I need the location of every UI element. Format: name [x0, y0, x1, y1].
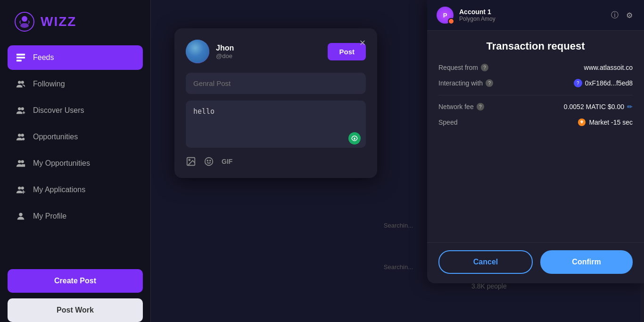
svg-rect-3 — [17, 54, 25, 56]
svg-rect-15 — [22, 164, 25, 167]
svg-point-7 — [21, 81, 24, 84]
post-type-input[interactable] — [186, 73, 366, 94]
following-label: Following — [33, 80, 65, 88]
sidebar-item-opportunities[interactable]: Opportunities — [8, 125, 143, 149]
svg-point-18 — [19, 213, 22, 216]
tx-interacting-value: ? 0xF186d...f5ed8 — [574, 79, 633, 87]
svg-point-22 — [205, 158, 213, 166]
sidebar-item-my-applications[interactable]: My Applications — [8, 178, 143, 202]
svg-point-17 — [21, 186, 24, 189]
tx-footer: Cancel Confirm — [427, 242, 644, 283]
cancel-button[interactable]: Cancel — [438, 250, 533, 274]
my-applications-icon — [15, 184, 26, 195]
svg-point-9 — [21, 107, 24, 110]
user-info: Jhon @doe — [216, 44, 321, 59]
image-icon[interactable] — [186, 156, 196, 167]
feeds-label: Feeds — [33, 53, 54, 62]
svg-point-10 — [18, 134, 21, 136]
edit-fee-icon[interactable]: ✏ — [627, 103, 633, 110]
sidebar-item-feeds[interactable]: Feeds — [8, 45, 143, 70]
tx-body: Transaction request Request from ? www.a… — [427, 31, 644, 242]
app-title: WIZZ — [41, 14, 76, 29]
post-work-button[interactable]: Post Work — [8, 298, 143, 322]
request-from-help-icon[interactable]: ? — [481, 64, 488, 71]
svg-point-1 — [22, 16, 27, 22]
network-indicator — [448, 18, 454, 25]
sidebar-bottom: Create Post Post Work — [0, 262, 150, 322]
svg-point-23 — [207, 160, 208, 161]
my-applications-label: My Applications — [33, 186, 85, 194]
svg-point-16 — [18, 186, 21, 189]
tx-network-fee-value: 0.0052 MATIC $0.00 ✏ — [564, 103, 633, 110]
tx-interacting-label: Interacting with ? — [438, 79, 493, 87]
tx-divider — [438, 95, 633, 95]
sidebar-item-discover[interactable]: Discover Users — [8, 98, 143, 123]
svg-rect-5 — [17, 60, 22, 62]
account-badge: P — [443, 12, 447, 19]
network-fee-help-icon[interactable]: ? — [477, 103, 484, 110]
svg-point-11 — [21, 134, 24, 136]
discover-label: Discover Users — [33, 106, 84, 115]
modal-close-button[interactable]: × — [355, 36, 370, 50]
tx-request-from-label: Request from ? — [438, 64, 488, 71]
my-opportunities-icon — [15, 158, 26, 169]
svg-point-2 — [20, 23, 29, 28]
discover-icon — [15, 105, 26, 116]
avatar-image — [186, 40, 209, 63]
svg-point-13 — [18, 160, 21, 163]
account-info: Account 1 Polygon Amoy — [459, 8, 603, 22]
tx-request-from-row: Request from ? www.atlassoit.co — [438, 64, 633, 71]
transaction-panel: P Account 1 Polygon Amoy ⓘ ⚙ Transaction… — [427, 0, 644, 283]
tx-network-fee-label: Network fee ? — [438, 103, 484, 110]
post-text-area-wrapper — [186, 101, 366, 150]
tx-title: Transaction request — [438, 40, 633, 52]
interacting-icon: ? — [574, 79, 582, 87]
tx-speed-row: Speed Market -15 sec — [438, 118, 633, 127]
user-handle: @doe — [216, 52, 321, 59]
opportunities-label: Opportunities — [33, 133, 78, 141]
svg-point-8 — [18, 107, 21, 110]
account-header: P Account 1 Polygon Amoy ⓘ ⚙ — [427, 0, 644, 31]
my-profile-label: My Profile — [33, 212, 66, 220]
following-icon — [15, 78, 26, 90]
svg-rect-4 — [17, 57, 25, 59]
sidebar-item-my-opportunities[interactable]: My Opportunities — [8, 151, 143, 176]
searching-text-2: Searchin... — [384, 263, 413, 271]
account-network: Polygon Amoy — [459, 16, 603, 22]
my-opportunities-label: My Opportunities — [33, 159, 90, 168]
main-content: × Jhon @doe Post — [151, 0, 644, 322]
modal-header: Jhon @doe Post — [186, 40, 366, 63]
tx-network-fee-row: Network fee ? 0.0052 MATIC $0.00 ✏ — [438, 103, 633, 110]
emoji-icon[interactable] — [204, 156, 214, 167]
sidebar-item-my-profile[interactable]: My Profile — [8, 204, 143, 229]
interacting-help-icon[interactable]: ? — [486, 79, 493, 87]
settings-button[interactable]: ⚙ — [624, 9, 635, 22]
svg-point-24 — [210, 160, 211, 161]
logo-icon — [14, 11, 35, 32]
info-button[interactable]: ⓘ — [609, 8, 620, 22]
tx-request-from-value: www.atlassoit.co — [584, 64, 633, 71]
tx-interacting-row: Interacting with ? ? 0xF186d...f5ed8 — [438, 79, 633, 87]
create-post-button[interactable]: Create Post — [8, 269, 143, 293]
account-name: Account 1 — [459, 8, 603, 16]
post-toolbar: GIF — [186, 156, 366, 167]
tx-speed-label: Speed — [438, 119, 457, 126]
tx-speed-value: Market -15 sec — [578, 118, 633, 127]
user-avatar — [186, 40, 209, 63]
svg-point-14 — [21, 160, 24, 163]
username: Jhon — [216, 44, 321, 52]
gif-label[interactable]: GIF — [222, 158, 232, 165]
sidebar-item-following[interactable]: Following — [8, 72, 143, 96]
logo-area: WIZZ — [0, 0, 150, 45]
opportunities-icon — [15, 131, 26, 143]
confirm-button[interactable]: Confirm — [540, 250, 633, 274]
grammarly-icon — [348, 132, 361, 145]
feeds-icon — [15, 52, 26, 63]
nav-list: Feeds Following Discover Users Opportuni… — [0, 45, 150, 262]
post-content-textarea[interactable] — [186, 101, 366, 148]
my-profile-icon — [15, 211, 26, 222]
searching-text-1: Searchin... — [384, 222, 413, 229]
sidebar: WIZZ Feeds Following Discover Users Oppo… — [0, 0, 151, 322]
people-count: 3.8K people — [471, 282, 507, 290]
post-modal: × Jhon @doe Post — [174, 28, 377, 178]
